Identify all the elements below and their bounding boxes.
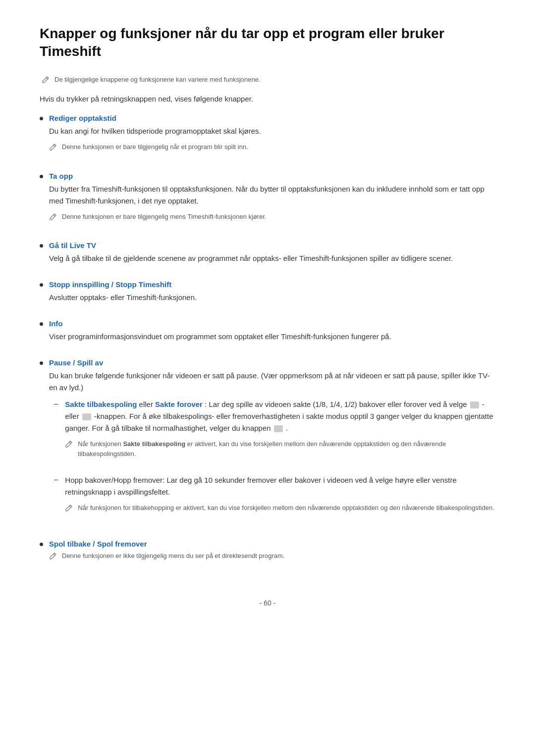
pencil-icon-ta-opp bbox=[49, 213, 57, 221]
dash-body-sakte: Sakte tilbakespoling eller Sakte forover… bbox=[65, 399, 495, 434]
bullet-body-stopp: Avslutter opptaks- eller Timeshift-funks… bbox=[49, 292, 495, 303]
sakte-forover-link: Sakte forover bbox=[155, 400, 203, 408]
main-list: Rediger opptakstid Du kan angi for hvilk… bbox=[40, 114, 495, 569]
sakte-tilbakespoling-link: Sakte tilbakespoling bbox=[65, 400, 137, 408]
dash-content-sakte: Sakte tilbakespoling eller Sakte forover… bbox=[65, 399, 495, 467]
pencil-icon bbox=[42, 76, 50, 84]
dash-content-hopp: Hopp bakover/Hopp fremover: Lar deg gå 1… bbox=[65, 474, 495, 522]
bullet-content-spol: Spol tilbake / Spol fremover Denne funks… bbox=[49, 540, 495, 570]
note-sakte: Når funksjonen Sakte tilbakespoling er a… bbox=[65, 439, 495, 458]
bullet-dot bbox=[40, 244, 43, 248]
bullet-body-ta-opp: Du bytter fra Timeshift-funksjonen til o… bbox=[49, 183, 495, 207]
note-rediger: Denne funksjonen er bare tilgjengelig nå… bbox=[49, 142, 495, 152]
bullet-title-rediger: Rediger opptakstid bbox=[49, 114, 495, 122]
bullet-body-info: Viser programinformasjonsvinduet om prog… bbox=[49, 331, 495, 343]
note-text-hopp: Når funksjonen for tilbakehopping er akt… bbox=[78, 503, 494, 513]
bullet-title-pause: Pause / Spill av bbox=[49, 358, 495, 367]
dash-body-hopp: Hopp bakover/Hopp fremover: Lar deg gå 1… bbox=[65, 474, 495, 498]
bullet-content-rediger: Rediger opptakstid Du kan angi for hvilk… bbox=[49, 114, 495, 161]
bullet-body-pause: Du kan bruke følgende funksjoner når vid… bbox=[49, 370, 495, 394]
list-item-spol: Spol tilbake / Spol fremover Denne funks… bbox=[40, 540, 495, 570]
bullet-title-info: Info bbox=[49, 319, 495, 328]
intro-note-text: De tilgjengelige knappene og funksjonene… bbox=[54, 75, 261, 85]
pencil-icon-rediger bbox=[49, 143, 57, 151]
list-item-ta-opp: Ta opp Du bytter fra Timeshift-funksjone… bbox=[40, 172, 495, 231]
list-item-info: Info Viser programinformasjonsvinduet om… bbox=[40, 319, 495, 348]
page-title: Knapper og funksjoner når du tar opp et … bbox=[40, 25, 495, 61]
pencil-icon-spol bbox=[49, 552, 57, 560]
note-text-sakte: Når funksjonen Sakte tilbakespoling er a… bbox=[78, 439, 495, 458]
bullet-content-info: Info Viser programinformasjonsvinduet om… bbox=[49, 319, 495, 348]
dash-mark-hopp: – bbox=[54, 475, 58, 483]
page-number: - 60 - bbox=[40, 589, 495, 607]
bullet-content-live: Gå til Live TV Velg å gå tilbake til de … bbox=[49, 241, 495, 269]
list-item-rediger: Rediger opptakstid Du kan angi for hvilk… bbox=[40, 114, 495, 161]
dash-mark: – bbox=[54, 399, 58, 407]
pencil-icon-sakte bbox=[65, 440, 73, 448]
note-spol: Denne funksjonen er ikke tilgjengelig me… bbox=[49, 551, 495, 561]
forward-button-icon bbox=[82, 413, 91, 420]
bullet-content-pause: Pause / Spill av Du kan bruke følgende f… bbox=[49, 358, 495, 529]
list-item-stopp: Stopp innspilling / Stopp Timeshift Avsl… bbox=[40, 280, 495, 308]
note-text-spol: Denne funksjonen er ikke tilgjengelig me… bbox=[62, 551, 284, 561]
bullet-dot bbox=[40, 361, 43, 365]
bullet-title-stopp: Stopp innspilling / Stopp Timeshift bbox=[49, 280, 495, 289]
normal-button-icon bbox=[274, 425, 283, 432]
bullet-title-spol: Spol tilbake / Spol fremover bbox=[49, 540, 495, 548]
bullet-body-rediger: Du kan angi for hvilken tidsperiode prog… bbox=[49, 125, 495, 137]
bullet-dot bbox=[40, 543, 43, 546]
dash-item-hopp: – Hopp bakover/Hopp fremover: Lar deg gå… bbox=[54, 474, 495, 522]
bullet-body-live: Velg å gå tilbake til de gjeldende scene… bbox=[49, 252, 495, 264]
list-item-live: Gå til Live TV Velg å gå tilbake til de … bbox=[40, 241, 495, 269]
note-ta-opp: Denne funksjonen er bare tilgjengelig me… bbox=[49, 212, 495, 222]
intro-note-block: De tilgjengelige knappene og funksjonene… bbox=[42, 75, 495, 85]
intro-text: Hvis du trykker på retningsknappen ned, … bbox=[40, 93, 495, 105]
note-text-rediger: Denne funksjonen er bare tilgjengelig nå… bbox=[62, 142, 248, 152]
bullet-title-live: Gå til Live TV bbox=[49, 241, 495, 250]
pause-sublist: – Sakte tilbakespoling eller Sakte forov… bbox=[54, 399, 495, 522]
note-hopp: Når funksjonen for tilbakehopping er akt… bbox=[65, 503, 495, 513]
note-text-ta-opp: Denne funksjonen er bare tilgjengelig me… bbox=[62, 212, 267, 222]
list-item-pause: Pause / Spill av Du kan bruke følgende f… bbox=[40, 358, 495, 529]
bullet-content-ta-opp: Ta opp Du bytter fra Timeshift-funksjone… bbox=[49, 172, 495, 231]
bullet-dot bbox=[40, 283, 43, 287]
dash-item-sakte: – Sakte tilbakespoling eller Sakte forov… bbox=[54, 399, 495, 467]
bullet-dot bbox=[40, 322, 43, 326]
rewind-button-icon bbox=[470, 402, 479, 408]
bullet-title-ta-opp: Ta opp bbox=[49, 172, 495, 180]
pencil-icon-hopp bbox=[65, 504, 73, 512]
bullet-dot bbox=[40, 117, 43, 120]
bullet-dot bbox=[40, 175, 43, 178]
bullet-content-stopp: Stopp innspilling / Stopp Timeshift Avsl… bbox=[49, 280, 495, 308]
